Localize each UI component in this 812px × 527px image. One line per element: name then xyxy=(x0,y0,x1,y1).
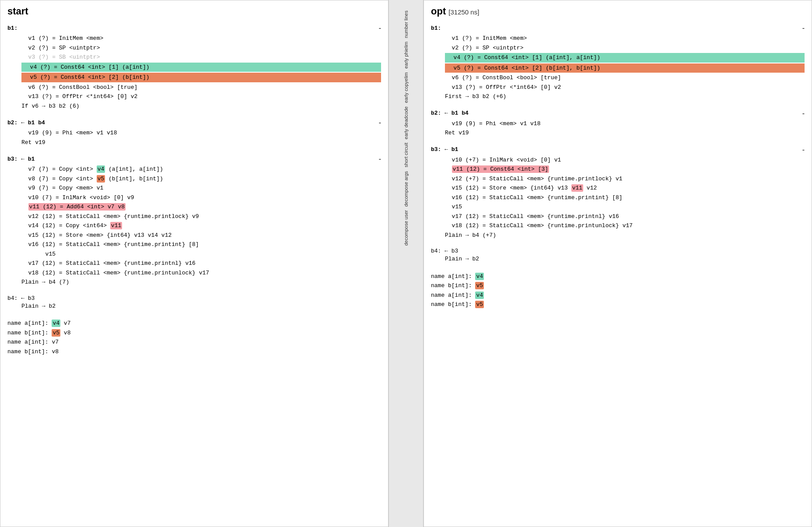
block-b3-right: b3: ← b1 - v10 (+7) = InlMark <void> [0]… xyxy=(431,146,805,240)
code-line: v1 (?) = InitMem <mem> xyxy=(445,34,805,43)
code-line: v10 (7) = InlMark <void> [0] v9 xyxy=(21,193,381,203)
b4-label-right: b4: ← b3 xyxy=(431,248,805,254)
code-line: name a[int]: v4 v7 xyxy=(7,319,381,328)
code-line-v5-right: v5 (?) = Const64 <int> [2] (b[int], b[in… xyxy=(445,63,805,74)
block-b2-right: b2: ← b1 b4 - v19 (9) = Phi <mem> v1 v18… xyxy=(431,109,805,138)
b4-label-left: b4: ← b3 xyxy=(7,295,381,302)
block-b1-left: b1: - v1 (?) = InitMem <mem> v2 (?) = SP… xyxy=(7,24,381,111)
code-line: v8 (7) = Copy <int> v5 (b[int], b[int]) xyxy=(21,174,381,184)
code-line: v6 (?) = ConstBool <bool> [true] xyxy=(445,73,805,83)
b3-label-left: b3: ← b1 xyxy=(7,156,35,162)
code-line: v19 (9) = Phi <mem> v1 v18 xyxy=(445,119,805,129)
code-line: name b[int]: v8 xyxy=(7,347,381,357)
label-early-phielim: early phielim xyxy=(403,40,409,70)
name-section-right: name a[int]: v4 name b[int]: v5 name a[i… xyxy=(431,272,805,309)
b3-collapse-left[interactable]: - xyxy=(379,155,381,163)
code-line: name a[int]: v4 xyxy=(431,291,805,300)
block-b1-right: b1: - v1 (?) = InitMem <mem> v2 (?) = SP… xyxy=(431,24,805,102)
code-line: name a[int]: v7 xyxy=(7,337,381,347)
code-line: v14 (12) = Copy <int64> v11 xyxy=(21,221,381,231)
block-b3-left: b3: ← b1 - v7 (7) = Copy <int> v4 (a[int… xyxy=(7,155,381,287)
code-line: v13 (?) = OffPtr <*int64> [0] v2 xyxy=(21,92,381,102)
middle-bar: number lines early phielim early copyeli… xyxy=(388,0,424,527)
code-line: Plain → b2 xyxy=(445,254,805,264)
code-line: Plain → b4 (+7) xyxy=(445,231,805,240)
b3-label-right: b3: ← b1 xyxy=(431,146,458,153)
code-line: v7 (7) = Copy <int> v4 (a[int], a[int]) xyxy=(21,165,381,174)
code-line: v12 (+7) = StaticCall <mem> {runtime.pri… xyxy=(445,174,805,184)
label-decompose-args: decompose args xyxy=(403,169,409,208)
label-early-deadcode: early deadcode xyxy=(403,105,409,141)
b2-collapse-left[interactable]: - xyxy=(379,119,381,126)
code-line: If v6 → b3 b2 (6) xyxy=(21,102,381,111)
code-line: v16 (12) = StaticCall <mem> {runtime.pri… xyxy=(21,240,381,249)
code-line: v15 xyxy=(21,249,381,259)
b1-collapse-right[interactable]: - xyxy=(802,24,805,32)
label-early-copyelim: early copyelim xyxy=(403,70,409,105)
block-b4-left: b4: ← b3 Plain → b2 xyxy=(7,295,381,311)
code-line: v10 (+7) = InlMark <void> [0] v1 xyxy=(445,155,805,165)
label-number-lines: number lines xyxy=(403,9,409,40)
code-line: v17 (12) = StaticCall <mem> {runtime.pri… xyxy=(21,259,381,268)
code-line: v1 (?) = InitMem <mem> xyxy=(21,34,381,43)
left-panel-title: start xyxy=(7,6,381,17)
code-line: v9 (7) = Copy <mem> v1 xyxy=(21,183,381,193)
code-line: v12 (12) = StaticCall <mem> {runtime.pri… xyxy=(21,212,381,221)
code-line: v15 (12) = Store <mem> {int64} v13 v14 v… xyxy=(21,231,381,240)
code-line: name b[int]: v5 xyxy=(431,281,805,291)
code-line-v4-left: v4 (?) = Const64 <int> [1] (a[int]) xyxy=(21,62,381,73)
code-line: Ret v19 xyxy=(445,128,805,138)
name-section-left: name a[int]: v4 v7 name b[int]: v5 v8 na… xyxy=(7,319,381,356)
b1-collapse-left[interactable]: - xyxy=(379,24,381,32)
right-panel: opt [31250 ns] b1: - v1 (?) = InitMem <m… xyxy=(424,0,812,527)
b2-label-left: b2: ← b1 b4 xyxy=(7,119,45,126)
timing-label: [31250 ns] xyxy=(448,8,479,16)
code-line: v19 (9) = Phi <mem> v1 v18 xyxy=(21,128,381,138)
block-b2-left: b2: ← b1 b4 - v19 (9) = Phi <mem> v1 v18… xyxy=(7,119,381,147)
code-line: name b[int]: v5 xyxy=(431,300,805,309)
code-line: name b[int]: v5 v8 xyxy=(7,328,381,338)
code-line: Ret v19 xyxy=(21,138,381,148)
code-line-v4-right: v4 (?) = Const64 <int> [1] (a[int], a[in… xyxy=(445,53,805,63)
left-panel: start b1: - v1 (?) = InitMem <mem> v2 (?… xyxy=(0,0,388,527)
code-line: First → b3 b2 (+6) xyxy=(445,92,805,102)
block-b4-right: b4: ← b3 Plain → b2 xyxy=(431,248,805,264)
code-line: v18 (12) = StaticCall <mem> {runtime.pri… xyxy=(21,268,381,278)
code-line: v2 (?) = SP <uintptr> xyxy=(21,43,381,53)
code-line: v17 (12) = StaticCall <mem> {runtime.pri… xyxy=(445,212,805,221)
code-line: v16 (12) = StaticCall <mem> {runtime.pri… xyxy=(445,193,805,203)
code-line: name a[int]: v4 xyxy=(431,272,805,281)
code-line: v3 (?) = SB <uintptr> xyxy=(21,53,381,62)
code-line: v6 (?) = ConstBool <bool> [true] xyxy=(21,83,381,92)
right-panel-title: opt [31250 ns] xyxy=(431,6,805,17)
b1-label-left: b1: xyxy=(7,25,18,32)
code-line: Plain → b2 xyxy=(21,302,381,311)
code-line: v11 (12) = Add64 <int> v7 v8 xyxy=(21,202,381,212)
b3-collapse-right[interactable]: - xyxy=(802,146,805,154)
code-line: v15 (12) = Store <mem> {int64} v13 v11 v… xyxy=(445,183,805,193)
label-short-circuit: short circuit xyxy=(403,141,409,169)
b1-label-right: b1: xyxy=(431,25,441,32)
code-line: v15 xyxy=(445,202,805,212)
code-line: v11 (12) = Const64 <int> [3] xyxy=(445,165,805,174)
code-line: Plain → b4 (7) xyxy=(21,278,381,287)
label-decompose-user: decompose user xyxy=(403,208,409,247)
code-line: v18 (12) = StaticCall <mem> {runtime.pri… xyxy=(445,221,805,231)
code-line-v5-left: v5 (?) = Const64 <int> [2] (b[int]) xyxy=(21,72,381,83)
b2-collapse-right[interactable]: - xyxy=(802,109,805,117)
code-line: v2 (?) = SP <uintptr> xyxy=(445,43,805,53)
b2-label-right: b2: ← b1 b4 xyxy=(431,110,469,116)
code-line: v13 (?) = OffPtr <*int64> [0] v2 xyxy=(445,83,805,92)
